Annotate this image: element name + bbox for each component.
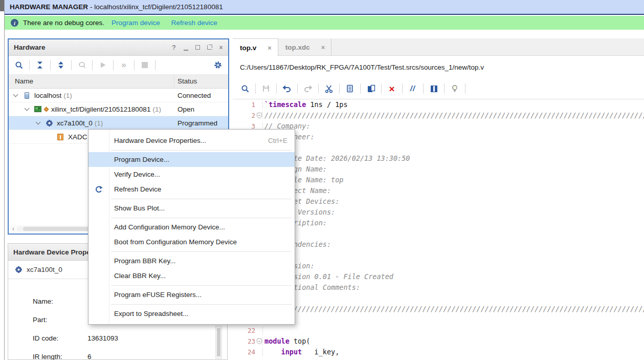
chevron-down-icon[interactable] <box>13 92 18 97</box>
paste-icon[interactable] <box>366 83 376 94</box>
menu-item-program-device[interactable]: Program Device... <box>88 152 295 167</box>
diamond-badge-icon <box>44 107 49 112</box>
menu-item-label: Add Configuration Memory Device... <box>114 223 225 231</box>
menu-item-verify-device[interactable]: Verify Device... <box>88 167 295 182</box>
editor-tabstrip: top.v×top.xdc× <box>233 38 644 56</box>
code-line: 23module top( <box>233 336 644 347</box>
fold-marker-icon[interactable] <box>257 113 262 118</box>
refresh-icon <box>88 185 109 194</box>
fast-forward-icon[interactable]: » <box>119 60 129 70</box>
menu-item-label: Show Bus Plot... <box>114 204 165 212</box>
tab-close-icon[interactable]: × <box>268 44 272 52</box>
column-header-name[interactable]: Name <box>15 77 33 85</box>
code-line: 1`timescale 1ns / 1ps <box>233 99 644 110</box>
property-label: Name: <box>33 298 53 305</box>
columns-icon[interactable] <box>429 83 439 94</box>
xadc-icon <box>56 133 64 141</box>
tab-close-icon[interactable]: × <box>321 44 325 51</box>
property-value: 6 <box>87 353 92 360</box>
line-number: 2 <box>233 110 255 121</box>
tree-column-headers: Name Status <box>9 75 228 89</box>
delete-icon[interactable]: × <box>387 83 397 94</box>
vscroll-thumb[interactable] <box>217 328 220 356</box>
undo-icon[interactable] <box>282 83 292 94</box>
menu-separator <box>88 216 295 220</box>
maximize-icon[interactable] <box>194 45 201 51</box>
close-icon[interactable]: × <box>218 45 224 51</box>
menu-item-hardware-device-properties[interactable]: Hardware Device Properties...Ctrl+E <box>88 133 295 148</box>
properties-vscrollbar[interactable] <box>215 326 222 359</box>
collapse-all-icon[interactable] <box>35 60 45 70</box>
menu-separator <box>88 302 295 306</box>
menu-item-clear-bbr-key[interactable]: Clear BBR Key... <box>88 268 295 283</box>
help-icon[interactable]: ? <box>171 45 177 51</box>
info-message: There are no debug cores. <box>23 19 104 27</box>
search-icon[interactable] <box>14 60 24 70</box>
refresh-device-link[interactable]: Refresh device <box>171 19 217 27</box>
chevron-down-icon[interactable] <box>25 106 30 111</box>
tree-row-localhost[interactable]: localhost(1)Connected <box>9 89 228 102</box>
scroll-left-arrow-icon[interactable]: ‹ <box>10 225 17 232</box>
menu-item-export-to-spreadsheet[interactable]: Export to Spreadsheet... <box>88 306 295 321</box>
menu-item-label: Boot from Configuration Memory Device <box>114 238 237 246</box>
property-label: Part: <box>33 316 48 324</box>
chevron-down-icon[interactable] <box>36 120 41 125</box>
tab-top-v[interactable]: top.v× <box>233 38 278 56</box>
search-icon[interactable] <box>240 83 250 94</box>
hardware-manager-title-bar: HARDWARE MANAGER - localhost/xilinx_tcf/… <box>5 0 644 15</box>
info-banner: i There are no debug cores. Program devi… <box>5 16 644 30</box>
expand-all-icon[interactable] <box>56 60 66 70</box>
copy-icon[interactable] <box>345 83 355 94</box>
line-number: 23 <box>233 336 255 347</box>
hardware-toolbar: » <box>9 56 228 75</box>
tab-top-xdc[interactable]: top.xdc× <box>278 38 332 56</box>
toggle-comment-icon[interactable]: // <box>408 83 418 94</box>
line-number: 1 <box>233 99 255 110</box>
device-context-menu: Hardware Device Properties...Ctrl+EProgr… <box>88 129 295 325</box>
menu-item-label: Refresh Device <box>114 185 161 193</box>
menu-item-show-bus-plot[interactable]: Show Bus Plot... <box>88 201 295 216</box>
stop-icon[interactable] <box>140 60 150 70</box>
chip-icon <box>45 119 53 127</box>
hardware-panel-title: Hardware <box>14 44 46 51</box>
title-context: - localhost/xilinx_tcf/Digilent/21051218… <box>90 3 223 11</box>
minimize-icon[interactable] <box>183 45 189 51</box>
editor-toolbar: × // <box>233 78 644 99</box>
board-icon <box>34 105 42 113</box>
tree-row-label: xilinx_tcf/Digilent/210512180081 <box>51 105 150 113</box>
tree-row-status: Open <box>177 105 194 113</box>
property-row-id-code-: ID code:13631093 <box>33 334 58 342</box>
menu-item-refresh-device[interactable]: Refresh Device <box>88 182 295 197</box>
tree-row-status: Programmed <box>177 119 217 127</box>
program-device-link[interactable]: Program device <box>112 19 160 27</box>
line-number: 24 <box>233 347 255 357</box>
file-path-bar: C:/Users/11867/Desktop/RK_FPGA/7A100T/Te… <box>233 56 644 78</box>
run-icon[interactable] <box>98 60 108 70</box>
menu-item-add-configuration-memory-device[interactable]: Add Configuration Memory Device... <box>88 220 295 235</box>
property-label: ID code: <box>33 334 58 342</box>
redo-icon[interactable] <box>303 83 313 94</box>
menu-item-label: Export to Spreadsheet... <box>114 310 189 317</box>
server-icon <box>23 91 31 99</box>
left-strip-handle[interactable] <box>0 0 4 11</box>
tree-row-xilinx-tcf-digilent-210512180081[interactable]: xilinx_tcf/Digilent/210512180081(1)Open <box>9 102 228 116</box>
settings-gear-icon[interactable] <box>213 60 223 70</box>
menu-item-program-bbr-key[interactable]: Program BBR Key... <box>88 253 295 268</box>
save-icon[interactable] <box>261 83 271 94</box>
left-sidebar-strip <box>0 0 5 360</box>
menu-item-program-efuse-registers[interactable]: Program eFUSE Registers... <box>88 287 295 302</box>
tab-label: top.xdc <box>285 44 310 51</box>
tree-row-count: (1) <box>63 92 72 99</box>
tree-row-xc7a100t-0[interactable]: xc7a100t_0(1)Programmed <box>9 116 228 130</box>
device-name: xc7a100t_0 <box>27 266 62 273</box>
menu-item-boot-from-configuration-memory-device[interactable]: Boot from Configuration Memory Device <box>88 235 295 249</box>
autoconnect-loop-icon[interactable] <box>77 60 87 70</box>
menu-separator <box>88 197 295 201</box>
column-header-status[interactable]: Status <box>177 77 197 85</box>
file-path: C:/Users/11867/Desktop/RK_FPGA/7A100T/Te… <box>240 63 484 71</box>
hardware-panel-header: Hardware ? × <box>9 39 228 56</box>
cut-icon[interactable] <box>324 83 334 94</box>
float-icon[interactable] <box>206 45 212 51</box>
fold-marker-icon[interactable] <box>257 338 262 344</box>
lightbulb-icon[interactable] <box>450 83 460 94</box>
